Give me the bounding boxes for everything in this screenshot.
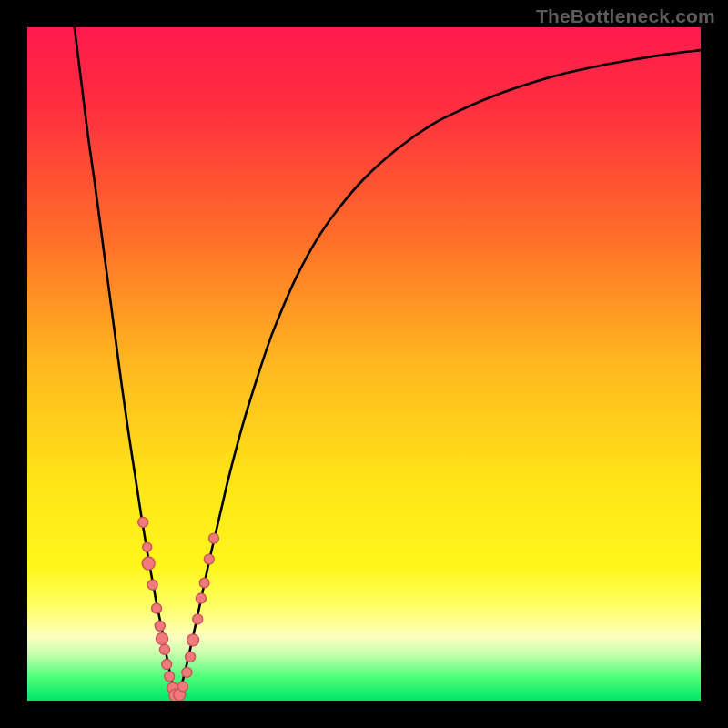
highlight-dot	[155, 621, 165, 631]
highlight-dot	[182, 667, 192, 677]
curve-layer	[27, 27, 701, 701]
highlight-dots	[138, 517, 219, 701]
highlight-dot	[157, 632, 168, 644]
highlight-dot	[193, 614, 203, 624]
highlight-dot	[143, 542, 152, 551]
chart-frame: TheBottleneck.com	[0, 0, 728, 728]
highlight-dot	[147, 580, 157, 590]
highlight-dot	[186, 652, 196, 662]
highlight-dot	[159, 644, 169, 654]
highlight-dot	[152, 603, 162, 613]
highlight-dot	[177, 682, 187, 692]
highlight-dot	[208, 533, 218, 543]
highlight-dot	[138, 517, 148, 527]
highlight-dot	[165, 672, 175, 682]
plot-area	[27, 27, 701, 701]
highlight-dot	[204, 554, 214, 564]
highlight-dot	[162, 660, 172, 670]
highlight-dot	[142, 557, 155, 570]
watermark-text: TheBottleneck.com	[536, 5, 715, 27]
highlight-dot	[199, 578, 209, 588]
highlight-dot	[187, 634, 199, 646]
bottleneck-curve	[75, 27, 701, 697]
highlight-dot	[196, 593, 206, 603]
